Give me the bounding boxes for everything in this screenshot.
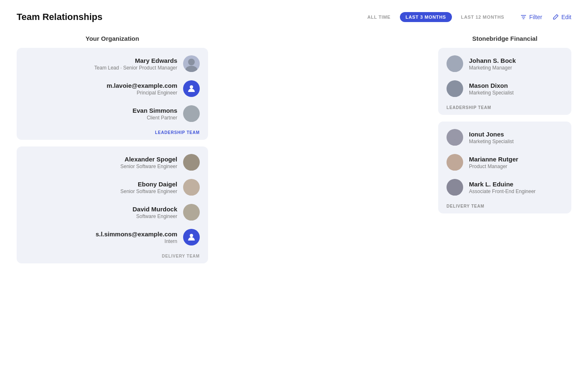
member-name: Ionut Jones — [469, 131, 514, 138]
svg-point-19 — [449, 66, 461, 72]
member-role: Client Partner — [132, 115, 177, 121]
delivery-team-label-left: DELIVERY TEAM — [25, 254, 200, 258]
member-mason-dixon: Mason Dixon Marketing Specialist — [447, 80, 563, 97]
member-mark-eduine: Mark L. Eduine Associate Front-End Engin… — [447, 179, 563, 196]
edit-label: Edit — [561, 14, 571, 20]
svg-point-12 — [188, 207, 195, 214]
member-mary-edwards: Mary Edwards Team Lead · Senior Product … — [25, 55, 200, 72]
member-lavoie: m.lavoie@example.com Principal Engineer — [25, 80, 200, 97]
right-delivery-card: Ionut Jones Marketing Specialist Mariann… — [438, 122, 571, 213]
member-name: Johann S. Bock — [469, 57, 516, 64]
svg-point-25 — [449, 164, 461, 171]
svg-point-9 — [186, 164, 197, 171]
filter-button[interactable]: Filter — [520, 14, 542, 20]
svg-point-3 — [188, 59, 195, 65]
left-delivery-card: Alexander Spogel Senior Software Enginee… — [17, 146, 208, 263]
svg-point-26 — [452, 182, 458, 189]
filter-last-3-months[interactable]: LAST 3 MONTHS — [400, 12, 452, 22]
member-name: Mark L. Eduine — [469, 181, 536, 188]
svg-point-23 — [449, 139, 461, 146]
member-alex-spogel: Alexander Spogel Senior Software Enginee… — [25, 154, 200, 171]
svg-point-18 — [452, 59, 458, 65]
right-org-section: Stonebridge Financial Johann S. Bock Mar… — [438, 35, 571, 270]
avatar — [183, 80, 200, 97]
member-marianne-rutger: Marianne Rutger Product Manager — [447, 154, 563, 171]
left-leadership-card: Mary Edwards Team Lead · Senior Product … — [17, 48, 208, 140]
svg-point-13 — [186, 214, 197, 221]
svg-point-8 — [188, 157, 195, 164]
member-evan-simmons: Evan Simmons Client Partner — [25, 105, 200, 122]
member-role: Marketing Manager — [469, 65, 516, 71]
svg-point-7 — [186, 116, 197, 122]
member-name: s.l.simmons@example.com — [96, 231, 177, 238]
avatar — [183, 179, 200, 196]
header-controls: ALL TIME LAST 3 MONTHS LAST 12 MONTHS Fi… — [362, 12, 571, 22]
avatar — [183, 204, 200, 221]
member-name: Ebony Daigel — [120, 181, 177, 188]
member-role: Senior Software Engineer — [120, 188, 177, 194]
avatar — [183, 55, 200, 72]
svg-point-5 — [190, 85, 193, 89]
leadership-team-label-right: LEADERSHIP TEAM — [447, 105, 563, 110]
svg-point-14 — [190, 234, 193, 237]
member-name: m.lavoie@example.com — [107, 82, 177, 89]
svg-point-24 — [452, 157, 458, 164]
member-sl-simmons: s.l.simmons@example.com Intern — [25, 229, 200, 246]
avatar — [447, 154, 463, 171]
page-title: Team Relationships — [17, 12, 102, 22]
svg-point-22 — [452, 132, 458, 139]
member-name: Alexander Spogel — [120, 156, 177, 163]
filter-label: Filter — [529, 14, 542, 20]
avatar — [183, 105, 200, 122]
left-org-title: Your Organization — [17, 35, 208, 42]
avatar — [447, 55, 463, 72]
member-name: Mason Dixon — [469, 82, 514, 89]
avatar — [447, 129, 463, 146]
avatar — [447, 179, 463, 196]
member-name: Marianne Rutger — [469, 156, 518, 163]
filter-icon — [520, 14, 527, 20]
member-david-murdock: David Murdock Software Engineer — [25, 204, 200, 221]
svg-point-6 — [188, 109, 195, 115]
filter-all-time[interactable]: ALL TIME — [362, 12, 397, 22]
left-org-section: Your Organization Mary Edwards Team Lead… — [17, 35, 208, 270]
main-content: Your Organization Mary Edwards Team Lead… — [0, 31, 588, 278]
leadership-team-label-left: LEADERSHIP TEAM — [25, 130, 200, 135]
member-ionut-jones: Ionut Jones Marketing Specialist — [447, 129, 563, 146]
filter-last-12-months[interactable]: LAST 12 MONTHS — [455, 12, 510, 22]
svg-point-27 — [449, 189, 461, 196]
member-role: Associate Front-End Engineer — [469, 188, 536, 194]
svg-point-11 — [186, 189, 197, 196]
member-role: Software Engineer — [132, 213, 177, 219]
edit-button[interactable]: Edit — [552, 14, 571, 20]
member-role: Intern — [96, 238, 177, 244]
delivery-team-label-right: DELIVERY TEAM — [447, 204, 563, 208]
avatar — [183, 229, 200, 246]
member-name: Mary Edwards — [94, 57, 177, 64]
member-name: Evan Simmons — [132, 107, 177, 114]
member-johann-bock: Johann S. Bock Marketing Manager — [447, 55, 563, 72]
right-org-title: Stonebridge Financial — [438, 35, 571, 42]
header: Team Relationships ALL TIME LAST 3 MONTH… — [0, 0, 588, 31]
svg-point-4 — [186, 66, 197, 72]
member-role: Senior Software Engineer — [120, 164, 177, 169]
time-filter-group: ALL TIME LAST 3 MONTHS LAST 12 MONTHS — [362, 12, 510, 22]
member-ebony-daigel: Ebony Daigel Senior Software Engineer — [25, 179, 200, 196]
member-role: Principal Engineer — [107, 90, 177, 96]
right-leadership-card: Johann S. Bock Marketing Manager Mason D… — [438, 48, 571, 115]
member-name: David Murdock — [132, 206, 177, 213]
svg-point-20 — [452, 84, 458, 90]
member-role: Team Lead · Senior Product Manager — [94, 65, 177, 71]
svg-point-10 — [188, 182, 195, 189]
member-role: Product Manager — [469, 164, 518, 169]
member-role: Marketing Specialist — [469, 139, 514, 144]
member-role: Marketing Specialist — [469, 90, 514, 96]
avatar — [183, 154, 200, 171]
svg-point-21 — [449, 91, 461, 97]
edit-icon — [552, 14, 559, 20]
avatar — [447, 80, 463, 97]
